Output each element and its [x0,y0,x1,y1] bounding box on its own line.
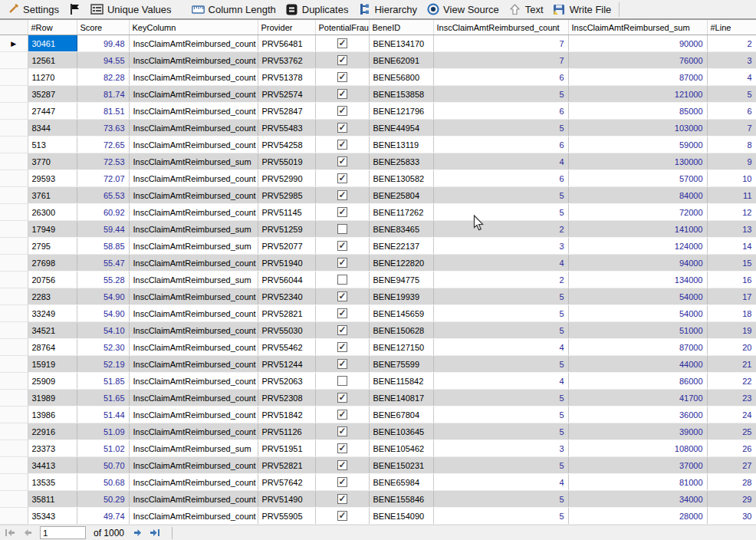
cell-score[interactable]: 82.28 [77,69,129,86]
row-header-cell[interactable] [0,440,28,457]
toolbar-button-text[interactable]: Text [504,2,548,18]
potentialfraud-checkbox[interactable] [337,308,347,318]
cell-row[interactable]: 33249 [28,305,77,322]
cell-score[interactable]: 58.85 [77,238,129,255]
cell-line[interactable]: 25 [707,423,756,440]
cell-fraud[interactable] [315,255,369,272]
cell-score[interactable]: 72.53 [77,153,129,170]
cell-provider[interactable]: PRV51244 [258,356,315,373]
cell-count[interactable]: 4 [433,474,568,491]
cell-keycolumn[interactable]: InscClaimAmtReimbursed_count [129,508,258,525]
toolbar-button-duplicates[interactable]: Duplicates [281,2,353,18]
cell-keycolumn[interactable]: InscClaimAmtReimbursed_count [129,204,258,221]
cell-provider[interactable]: PRV51126 [258,423,315,440]
cell-row[interactable]: 30461 [28,35,77,52]
cell-count[interactable]: 7 [433,52,568,69]
column-header-fraud[interactable]: PotentialFraud [315,20,369,35]
cell-row[interactable]: 27447 [28,103,77,120]
cell-fraud[interactable] [315,305,369,322]
toolbar-button-unique-values[interactable]: Unique Values [86,2,176,18]
cell-row[interactable]: 35287 [28,86,77,103]
cell-line[interactable]: 3 [707,52,756,69]
cell-line[interactable]: 27 [707,457,756,474]
column-header-score[interactable]: Score [77,20,129,35]
cell-row[interactable]: 15919 [28,356,77,373]
potentialfraud-checkbox[interactable] [337,224,347,234]
cell-fraud[interactable] [315,474,369,491]
cell-provider[interactable]: PRV55483 [258,120,315,137]
cell-bene[interactable]: BENE75599 [369,356,433,373]
cell-bene[interactable]: BENE22137 [369,238,433,255]
potentialfraud-checkbox[interactable] [337,156,347,166]
cell-bene[interactable]: BENE121796 [369,103,433,120]
row-header-cell[interactable] [0,238,28,255]
cell-count[interactable]: 6 [433,69,568,86]
cell-score[interactable]: 52.30 [77,339,129,356]
potentialfraud-checkbox[interactable] [337,38,347,48]
cell-count[interactable]: 5 [433,187,568,204]
cell-provider[interactable]: PRV55030 [258,322,315,339]
cell-keycolumn[interactable]: InscClaimAmtReimbursed_count [129,288,258,305]
cell-line[interactable]: 30 [707,508,756,525]
column-header-keycolumn[interactable]: KeyColumn [129,20,258,35]
cell-line[interactable]: 12 [707,204,756,221]
cell-score[interactable]: 94.55 [77,52,129,69]
cell-fraud[interactable] [315,356,369,373]
cell-bene[interactable]: BENE150231 [369,457,433,474]
potentialfraud-checkbox[interactable] [337,190,347,200]
toolbar-button-settings[interactable]: Settings [2,2,64,18]
cell-keycolumn[interactable]: InscClaimAmtReimbursed_count [129,120,258,137]
cell-bene[interactable]: BENE44954 [369,120,433,137]
cell-provider[interactable]: PRV51940 [258,255,315,272]
cell-count[interactable]: 2 [433,221,568,238]
cell-score[interactable]: 54.10 [77,322,129,339]
cell-bene[interactable]: BENE122820 [369,255,433,272]
cell-provider[interactable]: PRV52847 [258,103,315,120]
cell-keycolumn[interactable]: InscClaimAmtReimbursed_sum [129,272,258,288]
cell-fraud[interactable] [315,35,369,52]
cell-sum[interactable]: 84000 [568,187,707,204]
cell-row[interactable]: 35811 [28,491,77,508]
cell-count[interactable]: 3 [433,440,568,457]
potentialfraud-checkbox[interactable] [337,494,347,504]
potentialfraud-checkbox[interactable] [337,72,347,82]
cell-line[interactable]: 19 [707,322,756,339]
potentialfraud-checkbox[interactable] [337,207,347,217]
cell-count[interactable]: 5 [433,322,568,339]
cell-line[interactable]: 18 [707,305,756,322]
toolbar-button-write-file[interactable]: Write File [548,2,616,18]
cell-line[interactable]: 14 [707,238,756,255]
cell-keycolumn[interactable]: InscClaimAmtReimbursed_count [129,170,258,187]
cell-sum[interactable]: 124000 [568,238,707,255]
row-header-cell[interactable] [0,170,28,187]
row-header-cell[interactable] [0,69,28,86]
cell-line[interactable]: 5 [707,86,756,103]
cell-keycolumn[interactable]: InscClaimAmtReimbursed_count [129,491,258,508]
cell-score[interactable]: 49.74 [77,508,129,525]
cell-sum[interactable]: 130000 [568,153,707,170]
cell-sum[interactable]: 28000 [568,508,707,525]
cell-score[interactable]: 72.65 [77,137,129,153]
cell-row[interactable]: 8344 [28,120,77,137]
potentialfraud-checkbox[interactable] [337,173,347,183]
cell-count[interactable]: 6 [433,170,568,187]
cell-provider[interactable]: PRV56481 [258,35,315,52]
cell-line[interactable]: 9 [707,153,756,170]
cell-count[interactable]: 5 [433,356,568,373]
toolbar-button-view-source[interactable]: View Source [422,2,504,18]
cell-provider[interactable]: PRV55019 [258,153,315,170]
cell-fraud[interactable] [315,272,369,288]
cell-sum[interactable]: 39000 [568,423,707,440]
potentialfraud-checkbox[interactable] [337,376,347,386]
cell-line[interactable]: 7 [707,120,756,137]
potentialfraud-checkbox[interactable] [337,123,347,133]
potentialfraud-checkbox[interactable] [337,291,347,301]
cell-count[interactable]: 5 [433,508,568,525]
cell-fraud[interactable] [315,120,369,137]
cell-keycolumn[interactable]: InscClaimAmtReimbursed_count [129,255,258,272]
cell-score[interactable]: 51.44 [77,407,129,423]
cell-score[interactable]: 99.48 [77,35,129,52]
cell-line[interactable]: 17 [707,288,756,305]
row-header-cell[interactable] [0,373,28,390]
cell-line[interactable]: 28 [707,474,756,491]
